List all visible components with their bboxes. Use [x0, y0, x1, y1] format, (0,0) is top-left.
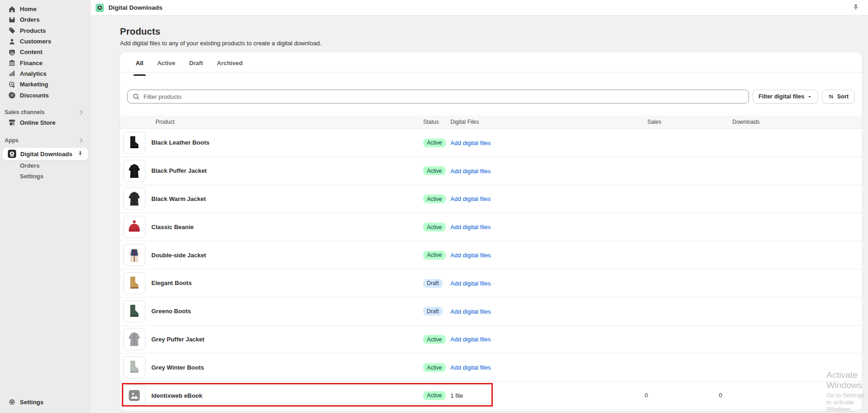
status-badge: Active — [423, 139, 446, 147]
product-thumbnail — [123, 244, 145, 266]
sidebar-item-marketing[interactable]: Marketing — [0, 79, 91, 90]
sidebar-subitem-settings[interactable]: Settings — [0, 171, 91, 182]
app-title: Digital Downloads — [108, 4, 162, 11]
add-digital-files-link[interactable]: Add digital files — [450, 140, 491, 146]
product-name: Grey Puffer Jacket — [151, 336, 204, 343]
sidebar: Home Orders Products Customers Content F… — [0, 0, 91, 413]
product-name: Black Warm Jacket — [151, 195, 206, 202]
table-body: Black Leather Boots Active Add digital f… — [120, 129, 862, 410]
table-row[interactable]: Greeno Boots Draft Add digital files — [120, 298, 862, 326]
sidebar-item-label: Products — [20, 27, 46, 34]
column-header-status: Status — [423, 119, 450, 125]
tab-archived[interactable]: Archived — [212, 57, 247, 72]
add-digital-files-link[interactable]: Add digital files — [450, 336, 491, 343]
sidebar-item-discounts[interactable]: Discounts — [0, 90, 91, 100]
add-digital-files-link[interactable]: Add digital files — [450, 280, 491, 287]
bank-icon — [8, 59, 16, 67]
search-icon — [132, 93, 140, 100]
product-thumbnail — [123, 384, 145, 407]
page-title: Products — [120, 26, 862, 37]
file-count-text[interactable]: 1 file — [450, 392, 463, 399]
sales-value: 0 — [645, 392, 718, 399]
app-topbar: Digital Downloads — [91, 0, 868, 15]
sidebar-section-sales-channels[interactable]: Sales channels — [0, 107, 91, 117]
sidebar-item-label: Settings — [20, 399, 43, 406]
sidebar-item-home[interactable]: Home — [0, 4, 91, 14]
filter-bar: Filter digital files Sort — [120, 73, 862, 115]
sidebar-item-online-store[interactable]: Online Store — [0, 117, 91, 128]
product-name: Identixweb eBook — [151, 392, 203, 399]
sidebar-item-label: Online Store — [20, 119, 55, 126]
column-header-downloads: Downloads — [718, 119, 862, 125]
add-digital-files-link[interactable]: Add digital files — [450, 224, 491, 231]
add-digital-files-link[interactable]: Add digital files — [450, 195, 491, 202]
table-row[interactable]: Elegant Boots Draft Add digital files — [120, 269, 862, 298]
product-thumbnail — [123, 160, 145, 182]
status-badge: Active — [423, 391, 446, 400]
product-name: Greeno Boots — [151, 308, 191, 315]
status-badge: Active — [423, 223, 446, 231]
add-digital-files-link[interactable]: Add digital files — [450, 364, 491, 371]
product-thumbnail — [123, 132, 145, 154]
sort-arrows-icon — [828, 93, 834, 100]
status-badge: Draft — [423, 307, 443, 316]
status-badge: Active — [423, 363, 446, 372]
product-thumbnail — [123, 328, 145, 350]
main-area: Digital Downloads Products Add digital f… — [91, 0, 868, 413]
table-row[interactable]: Black Puffer Jacket Active Add digital f… — [120, 157, 862, 185]
table-row[interactable]: Classic Beanie Active Add digital files — [120, 213, 862, 241]
pin-app-button[interactable] — [850, 3, 861, 13]
status-badge: Active — [423, 194, 446, 203]
sidebar-item-label: Finance — [20, 60, 42, 67]
tab-all[interactable]: All — [131, 57, 148, 72]
target-icon — [8, 81, 16, 88]
sidebar-item-analytics[interactable]: Analytics — [0, 68, 91, 79]
product-name: Black Leather Boots — [151, 139, 210, 146]
sidebar-subitem-orders[interactable]: Orders — [0, 160, 91, 171]
sidebar-item-products[interactable]: Products — [0, 25, 91, 36]
search-input[interactable] — [144, 93, 744, 100]
status-badge: Draft — [423, 279, 443, 288]
table-row[interactable]: Double-side Jacket Active Add digital fi… — [120, 241, 862, 269]
page-content: Products Add digital files to any of you… — [91, 15, 868, 413]
media-icon — [8, 49, 16, 56]
downloads-value: 0 — [718, 392, 862, 399]
orders-icon — [8, 16, 16, 24]
table-row[interactable]: Black Leather Boots Active Add digital f… — [120, 129, 862, 157]
tab-active[interactable]: Active — [153, 57, 180, 72]
person-icon — [8, 38, 16, 45]
add-digital-files-link[interactable]: Add digital files — [450, 308, 491, 315]
sidebar-item-orders[interactable]: Orders — [0, 14, 91, 25]
tag-icon — [8, 27, 16, 34]
storefront-icon — [8, 119, 16, 126]
product-thumbnail — [123, 356, 145, 378]
status-badge: Active — [423, 335, 446, 344]
sidebar-section-apps[interactable]: Apps — [0, 135, 91, 146]
sidebar-item-label: Customers — [20, 38, 51, 45]
product-thumbnail — [123, 300, 145, 322]
add-digital-files-link[interactable]: Add digital files — [450, 168, 491, 175]
search-box — [127, 90, 749, 103]
table-row-identixweb-ebook[interactable]: Identixweb eBook Active 1 file 0 0 — [120, 382, 862, 410]
product-thumbnail — [123, 216, 145, 238]
sidebar-item-digital-downloads[interactable]: Digital Downloads — [3, 148, 88, 160]
digital-downloads-app-icon — [8, 150, 16, 158]
table-row[interactable]: Black Warm Jacket Active Add digital fil… — [120, 185, 862, 213]
table-row[interactable]: Grey Winter Boots Active Add digital fil… — [120, 353, 862, 382]
sidebar-item-customers[interactable]: Customers — [0, 36, 91, 47]
table-row[interactable]: Grey Puffer Jacket Active Add digital fi… — [120, 326, 862, 354]
sidebar-item-content[interactable]: Content — [0, 47, 91, 57]
sidebar-item-label: Home — [20, 6, 36, 12]
product-name: Elegant Boots — [151, 279, 192, 286]
sidebar-item-label: Analytics — [20, 70, 47, 77]
add-digital-files-link[interactable]: Add digital files — [450, 252, 491, 259]
app-root: Home Orders Products Customers Content F… — [0, 0, 868, 413]
sort-button[interactable]: Sort — [822, 90, 855, 103]
sidebar-item-finance[interactable]: Finance — [0, 57, 91, 68]
digital-downloads-app-icon — [96, 4, 104, 12]
filter-digital-files-button[interactable]: Filter digital files — [753, 90, 818, 103]
sidebar-item-settings[interactable]: Settings — [0, 397, 91, 407]
tab-draft[interactable]: Draft — [185, 57, 208, 72]
pin-icon[interactable] — [77, 151, 84, 157]
column-header-sales: Sales — [645, 119, 718, 125]
